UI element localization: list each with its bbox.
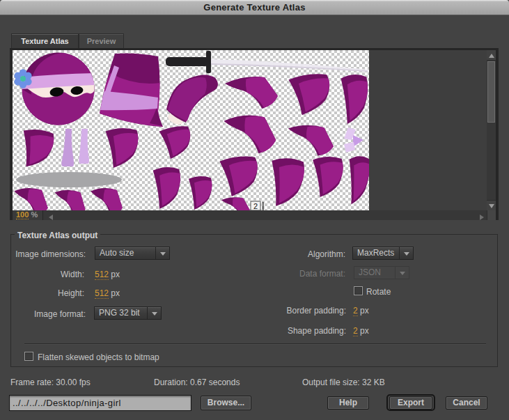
svg-text:2: 2	[253, 202, 258, 210]
